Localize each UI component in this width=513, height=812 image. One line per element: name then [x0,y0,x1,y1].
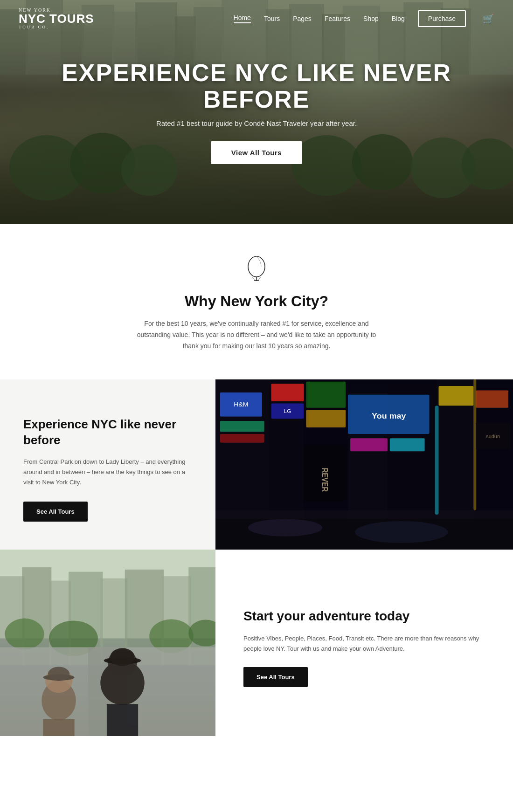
hero-title: EXPERIENCE NYC LIKE NEVER BEFORE [28,60,485,113]
svg-rect-39 [306,382,346,408]
why-title: Why New York City? [19,293,494,310]
svg-rect-40 [306,410,346,427]
nav-pages[interactable]: Pages [293,15,312,22]
svg-rect-46 [476,391,508,408]
svg-point-68 [5,619,44,650]
nav-features[interactable]: Features [325,15,350,22]
why-section: Why New York City? For the best 10 years… [0,224,513,379]
svg-rect-43 [350,439,388,452]
svg-text:LG: LG [284,408,291,414]
adventure-text: Positive Vibes, People, Places, Food, Tr… [243,633,485,654]
nav-blog[interactable]: Blog [392,15,405,22]
svg-text:You may: You may [372,412,406,420]
see-all-tours-button-1[interactable]: See All Tours [23,502,88,522]
balloon-icon [245,256,268,284]
svg-rect-53 [435,406,439,515]
experience-title: Experience NYC like never before [23,417,192,448]
view-all-tours-button[interactable]: View All Tours [211,141,302,164]
svg-point-77 [110,648,135,666]
svg-rect-45 [439,386,474,406]
nav-home[interactable]: Home [234,14,251,23]
svg-text:H&M: H&M [234,401,248,408]
experience-left: Experience NYC like never before From Ce… [0,379,215,550]
svg-point-24 [248,256,265,277]
hero-subtitle: Rated #1 best tour guide by Condé Nast T… [28,119,485,127]
experience-section: Experience NYC like never before From Ce… [0,379,513,550]
svg-rect-82 [107,704,138,736]
logo[interactable]: NEW YORK NYC TOURS Tour Co. [19,7,94,29]
adventure-content: Start your adventure today Positive Vibe… [215,550,513,736]
adventure-title: Start your adventure today [243,608,485,625]
see-all-tours-button-2[interactable]: See All Tours [243,667,308,687]
svg-rect-36 [271,384,304,401]
adventure-section: Start your adventure today Positive Vibe… [0,550,513,736]
svg-point-52 [355,521,448,543]
experience-text: From Central Park on down to Lady Libert… [23,457,192,488]
times-square-image: H&M LG You may [215,379,513,550]
navbar: NEW YORK NYC TOURS Tour Co. Home Tours P… [0,0,513,37]
svg-text:sudun: sudun [486,434,500,440]
svg-rect-48 [220,434,264,443]
adventure-image [0,550,215,736]
svg-point-81 [48,667,69,681]
nav-links: Home Tours Pages Features Shop Blog Purc… [234,10,494,27]
svg-text:REVER: REVER [321,468,329,492]
cart-icon[interactable]: 🛒 [483,13,494,24]
svg-rect-83 [43,719,74,736]
svg-rect-44 [390,439,425,452]
nav-tours[interactable]: Tours [264,15,280,22]
nav-shop[interactable]: Shop [363,15,379,22]
why-text: For the best 10 years, we've continually… [135,318,378,351]
logo-name: NYC TOURS [19,13,94,25]
svg-rect-47 [220,421,264,432]
logo-sub: Tour Co. [19,25,94,29]
svg-point-51 [248,519,323,537]
hero-content: EXPERIENCE NYC LIKE NEVER BEFORE Rated #… [0,60,513,164]
purchase-button[interactable]: Purchase [418,10,466,27]
